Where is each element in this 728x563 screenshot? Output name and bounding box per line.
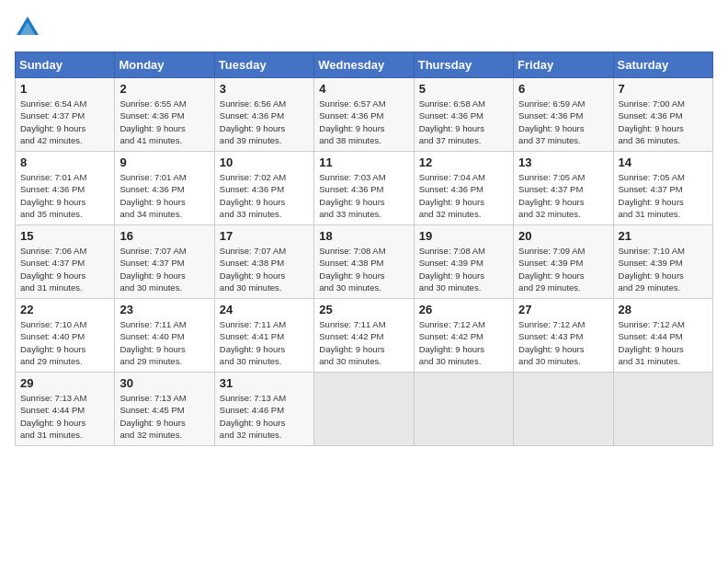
day-number: 5 — [419, 82, 508, 96]
day-info: Sunrise: 6:58 AMSunset: 4:36 PMDaylight:… — [419, 98, 508, 146]
calendar-week-row: 22 Sunrise: 7:10 AMSunset: 4:40 PMDaylig… — [16, 299, 713, 373]
day-info: Sunrise: 7:13 AMSunset: 4:46 PMDaylight:… — [220, 392, 309, 441]
day-number: 1 — [20, 82, 109, 96]
calendar-cell: 28 Sunrise: 7:12 AMSunset: 4:44 PMDaylig… — [613, 299, 712, 373]
day-info: Sunrise: 7:10 AMSunset: 4:39 PMDaylight:… — [619, 245, 708, 293]
calendar-week-row: 8 Sunrise: 7:01 AMSunset: 4:36 PMDayligh… — [16, 152, 713, 225]
calendar-cell: 9 Sunrise: 7:01 AMSunset: 4:36 PMDayligh… — [115, 152, 214, 225]
page-header — [15, 15, 713, 40]
day-number: 9 — [119, 155, 209, 169]
calendar-header-tuesday: Tuesday — [214, 52, 313, 78]
calendar-cell: 13 Sunrise: 7:05 AMSunset: 4:37 PMDaylig… — [514, 152, 613, 225]
day-info: Sunrise: 7:13 AMSunset: 4:45 PMDaylight:… — [119, 392, 209, 441]
calendar-cell: 7 Sunrise: 7:00 AMSunset: 4:36 PMDayligh… — [613, 78, 712, 152]
calendar-cell: 21 Sunrise: 7:10 AMSunset: 4:39 PMDaylig… — [613, 225, 712, 299]
day-info: Sunrise: 6:54 AMSunset: 4:37 PMDaylight:… — [20, 98, 109, 146]
day-number: 17 — [220, 229, 309, 243]
day-info: Sunrise: 7:13 AMSunset: 4:44 PMDaylight:… — [20, 392, 109, 441]
calendar-cell: 31 Sunrise: 7:13 AMSunset: 4:46 PMDaylig… — [214, 373, 313, 446]
calendar-cell: 14 Sunrise: 7:05 AMSunset: 4:37 PMDaylig… — [613, 152, 712, 225]
calendar-week-row: 15 Sunrise: 7:06 AMSunset: 4:37 PMDaylig… — [16, 225, 713, 299]
day-number: 8 — [20, 155, 109, 169]
day-info: Sunrise: 7:05 AMSunset: 4:37 PMDaylight:… — [518, 171, 608, 220]
day-number: 30 — [119, 376, 209, 390]
day-number: 31 — [220, 376, 309, 390]
calendar-header-sunday: Sunday — [16, 52, 115, 78]
calendar-cell: 2 Sunrise: 6:55 AMSunset: 4:36 PMDayligh… — [115, 78, 214, 152]
day-number: 23 — [119, 303, 209, 316]
day-number: 10 — [220, 155, 309, 169]
day-info: Sunrise: 7:12 AMSunset: 4:44 PMDaylight:… — [619, 318, 708, 367]
day-number: 18 — [319, 229, 408, 243]
calendar-header-saturday: Saturday — [613, 52, 712, 78]
calendar-cell: 6 Sunrise: 6:59 AMSunset: 4:36 PMDayligh… — [514, 78, 613, 152]
calendar-header-wednesday: Wednesday — [314, 52, 414, 78]
calendar-cell: 5 Sunrise: 6:58 AMSunset: 4:36 PMDayligh… — [414, 78, 513, 152]
calendar-cell: 30 Sunrise: 7:13 AMSunset: 4:45 PMDaylig… — [115, 373, 214, 446]
day-info: Sunrise: 7:04 AMSunset: 4:36 PMDaylight:… — [419, 171, 508, 220]
calendar-cell: 24 Sunrise: 7:11 AMSunset: 4:41 PMDaylig… — [214, 299, 313, 373]
day-number: 26 — [419, 303, 508, 316]
day-info: Sunrise: 7:00 AMSunset: 4:36 PMDaylight:… — [619, 98, 708, 146]
day-info: Sunrise: 6:57 AMSunset: 4:36 PMDaylight:… — [319, 98, 408, 146]
calendar-cell: 26 Sunrise: 7:12 AMSunset: 4:42 PMDaylig… — [414, 299, 513, 373]
day-info: Sunrise: 6:55 AMSunset: 4:36 PMDaylight:… — [119, 98, 209, 146]
day-number: 3 — [220, 82, 309, 96]
day-number: 24 — [220, 303, 309, 316]
day-number: 12 — [419, 155, 508, 169]
day-info: Sunrise: 7:02 AMSunset: 4:36 PMDaylight:… — [220, 171, 309, 220]
day-info: Sunrise: 7:11 AMSunset: 4:40 PMDaylight:… — [119, 318, 209, 367]
day-number: 6 — [518, 82, 608, 96]
day-info: Sunrise: 7:09 AMSunset: 4:39 PMDaylight:… — [518, 245, 608, 293]
day-info: Sunrise: 6:56 AMSunset: 4:36 PMDaylight:… — [220, 98, 309, 146]
calendar-cell: 15 Sunrise: 7:06 AMSunset: 4:37 PMDaylig… — [16, 225, 115, 299]
day-info: Sunrise: 7:11 AMSunset: 4:41 PMDaylight:… — [220, 318, 309, 367]
day-info: Sunrise: 7:03 AMSunset: 4:36 PMDaylight:… — [319, 171, 408, 220]
day-number: 13 — [518, 155, 608, 169]
day-info: Sunrise: 7:07 AMSunset: 4:37 PMDaylight:… — [119, 245, 209, 293]
calendar-cell: 10 Sunrise: 7:02 AMSunset: 4:36 PMDaylig… — [214, 152, 313, 225]
calendar-cell: 12 Sunrise: 7:04 AMSunset: 4:36 PMDaylig… — [414, 152, 513, 225]
day-number: 15 — [20, 229, 109, 243]
day-number: 25 — [319, 303, 408, 316]
day-info: Sunrise: 6:59 AMSunset: 4:36 PMDaylight:… — [518, 98, 608, 146]
day-info: Sunrise: 7:06 AMSunset: 4:37 PMDaylight:… — [20, 245, 109, 293]
day-number: 11 — [319, 155, 408, 169]
day-number: 16 — [119, 229, 209, 243]
calendar-cell: 11 Sunrise: 7:03 AMSunset: 4:36 PMDaylig… — [314, 152, 414, 225]
calendar-header-friday: Friday — [514, 52, 613, 78]
day-info: Sunrise: 7:07 AMSunset: 4:38 PMDaylight:… — [220, 245, 309, 293]
calendar-cell: 17 Sunrise: 7:07 AMSunset: 4:38 PMDaylig… — [214, 225, 313, 299]
calendar-header-row: SundayMondayTuesdayWednesdayThursdayFrid… — [16, 52, 713, 78]
calendar-cell: 27 Sunrise: 7:12 AMSunset: 4:43 PMDaylig… — [514, 299, 613, 373]
calendar-header-monday: Monday — [115, 52, 214, 78]
calendar-cell — [613, 373, 712, 446]
calendar-cell — [314, 373, 414, 446]
day-number: 14 — [619, 155, 708, 169]
day-number: 2 — [119, 82, 209, 96]
calendar-cell: 23 Sunrise: 7:11 AMSunset: 4:40 PMDaylig… — [115, 299, 214, 373]
calendar-cell: 18 Sunrise: 7:08 AMSunset: 4:38 PMDaylig… — [314, 225, 414, 299]
day-number: 29 — [20, 376, 109, 390]
day-number: 28 — [619, 303, 708, 316]
calendar-week-row: 1 Sunrise: 6:54 AMSunset: 4:37 PMDayligh… — [16, 78, 713, 152]
day-info: Sunrise: 7:10 AMSunset: 4:40 PMDaylight:… — [20, 318, 109, 367]
day-info: Sunrise: 7:01 AMSunset: 4:36 PMDaylight:… — [119, 171, 209, 220]
calendar-header-thursday: Thursday — [414, 52, 513, 78]
calendar-cell: 4 Sunrise: 6:57 AMSunset: 4:36 PMDayligh… — [314, 78, 414, 152]
day-number: 20 — [518, 229, 608, 243]
day-number: 27 — [518, 303, 608, 316]
day-info: Sunrise: 7:01 AMSunset: 4:36 PMDaylight:… — [20, 171, 109, 220]
logo-icon — [15, 15, 40, 40]
day-number: 22 — [20, 303, 109, 316]
calendar-cell: 20 Sunrise: 7:09 AMSunset: 4:39 PMDaylig… — [514, 225, 613, 299]
calendar-table: SundayMondayTuesdayWednesdayThursdayFrid… — [15, 52, 713, 446]
calendar-cell: 3 Sunrise: 6:56 AMSunset: 4:36 PMDayligh… — [214, 78, 313, 152]
calendar-cell: 19 Sunrise: 7:08 AMSunset: 4:39 PMDaylig… — [414, 225, 513, 299]
calendar-cell — [514, 373, 613, 446]
day-info: Sunrise: 7:08 AMSunset: 4:38 PMDaylight:… — [319, 245, 408, 293]
day-info: Sunrise: 7:12 AMSunset: 4:42 PMDaylight:… — [419, 318, 508, 367]
calendar-cell: 25 Sunrise: 7:11 AMSunset: 4:42 PMDaylig… — [314, 299, 414, 373]
calendar-cell: 1 Sunrise: 6:54 AMSunset: 4:37 PMDayligh… — [16, 78, 115, 152]
day-number: 7 — [619, 82, 708, 96]
